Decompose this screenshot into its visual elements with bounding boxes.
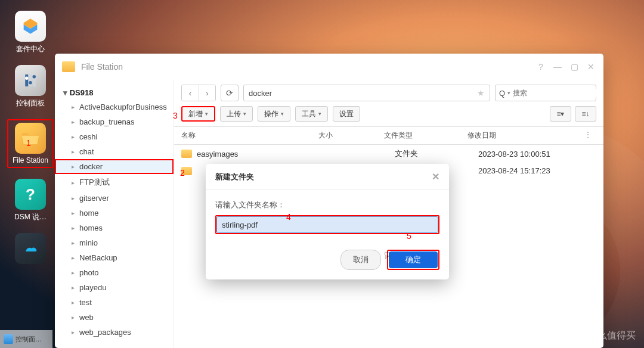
annotation-3: 3: [173, 111, 178, 120]
svg-point-3: [25, 77, 29, 80]
tree-item[interactable]: test: [55, 295, 174, 310]
tree-root[interactable]: DS918: [55, 86, 174, 100]
desktop-icon-label: 控制面板: [16, 98, 45, 108]
path-field[interactable]: docker ★: [243, 85, 490, 101]
watermark: 值 什么值得买: [572, 330, 636, 342]
package-center-icon: [15, 11, 46, 42]
svg-rect-1: [29, 74, 32, 86]
annotation-box-4: [215, 215, 439, 234]
watermark-text: 什么值得买: [588, 330, 636, 342]
row-date: 2023-08-24 15:17:23: [478, 166, 596, 175]
tree-item[interactable]: homes: [55, 220, 174, 235]
sort-button[interactable]: ≡↓: [575, 106, 596, 122]
cursor-hand-icon: ☟: [384, 250, 390, 262]
tree-item[interactable]: playedu: [55, 280, 174, 295]
tree-item[interactable]: chat: [55, 144, 174, 159]
path-text: docker: [249, 89, 272, 98]
synology-drive-icon: [15, 233, 46, 264]
tree-item[interactable]: ceshi: [55, 129, 174, 144]
tree-item[interactable]: NetBackup: [55, 250, 174, 265]
row-name: easyimages: [197, 150, 329, 159]
desktop-icon-label: DSM 说…: [14, 212, 47, 222]
tree-item[interactable]: minio: [55, 235, 174, 250]
settings-button[interactable]: 设置: [333, 106, 360, 122]
tool-button[interactable]: 工具▾: [295, 106, 328, 122]
column-date[interactable]: 修改日期: [467, 130, 584, 141]
view-mode-button[interactable]: ≡▾: [550, 106, 571, 122]
nav-back-button[interactable]: ‹: [182, 85, 199, 101]
dsm-help-icon: ?: [15, 179, 46, 210]
desktop-icon-label: File Station: [13, 156, 48, 164]
annotation-5: 5: [407, 231, 411, 241]
column-more-icon[interactable]: ⋮: [584, 130, 596, 141]
window-titlebar[interactable]: File Station ? — ▢ ✕: [55, 54, 603, 80]
folder-tree[interactable]: DS918 ActiveBackupforBusiness backup_tru…: [55, 80, 174, 348]
dialog-close-button[interactable]: ✕: [432, 171, 439, 182]
dialog-header[interactable]: 新建文件夹 ✕: [206, 164, 449, 190]
folder-icon: [62, 61, 75, 72]
cancel-button[interactable]: 取消: [340, 250, 381, 270]
row-date: 2023-08-23 10:00:51: [478, 150, 596, 159]
tree-item[interactable]: photo: [55, 265, 174, 280]
folder-name-input[interactable]: [216, 216, 438, 233]
tree-item-docker[interactable]: docker: [55, 159, 174, 174]
help-button[interactable]: ?: [535, 62, 546, 72]
taskbar-label: 控制面…: [16, 335, 42, 344]
ok-button[interactable]: 确定: [389, 251, 438, 268]
dialog-title: 新建文件夹: [215, 172, 254, 182]
tree-item[interactable]: home: [55, 206, 174, 220]
svg-rect-0: [25, 74, 28, 86]
tree-item[interactable]: gitserver: [55, 191, 174, 206]
refresh-button[interactable]: ⟳: [221, 85, 239, 101]
tree-item[interactable]: web: [55, 310, 174, 325]
annotation-2: 2: [180, 168, 185, 178]
maximize-button[interactable]: ▢: [569, 62, 580, 72]
annotation-4: 4: [286, 212, 291, 222]
taskbar-app-icon: [4, 334, 13, 344]
column-size[interactable]: 大小: [318, 130, 384, 141]
file-row[interactable]: easyimages 文件夹 2023-08-23 10:00:51: [174, 145, 603, 163]
column-headers[interactable]: 名称 大小 文件类型 修改日期 ⋮: [174, 126, 603, 145]
search-input[interactable]: [513, 89, 602, 97]
tree-item[interactable]: web_packages: [55, 325, 174, 340]
control-panel-icon: [15, 65, 46, 96]
desktop-icon-control-panel[interactable]: 控制面板: [7, 65, 54, 108]
tree-item[interactable]: FTP测试: [55, 174, 174, 191]
desktop-icon-dsm-help[interactable]: ? DSM 说…: [7, 179, 54, 222]
action-toolbar: 新增▾ 上传▾ 操作▾ 工具▾ 设置 ≡▾ ≡↓: [174, 106, 603, 126]
column-name[interactable]: 名称: [181, 130, 318, 141]
taskbar-item[interactable]: 控制面…: [0, 330, 52, 348]
new-button[interactable]: 新增▾: [181, 106, 215, 122]
tree-item[interactable]: backup_truenas: [55, 114, 174, 129]
folder-icon: [181, 150, 192, 158]
desktop-icon-label: 套件中心: [16, 44, 45, 54]
desktop-icon-package-center[interactable]: 套件中心: [7, 11, 54, 54]
close-button[interactable]: ✕: [586, 62, 596, 72]
watermark-icon: 值: [572, 330, 584, 342]
search-icon: Q: [499, 89, 505, 98]
chevron-down-icon[interactable]: ▾: [507, 90, 510, 96]
minimize-button[interactable]: —: [552, 62, 563, 72]
favorite-icon[interactable]: ★: [477, 88, 485, 98]
annotation-box-5: 确定: [387, 250, 439, 270]
upload-button[interactable]: 上传▾: [220, 106, 253, 122]
desktop-icon-synology-drive[interactable]: [7, 233, 54, 266]
tree-item[interactable]: ActiveBackupforBusiness: [55, 100, 174, 114]
svg-point-4: [29, 81, 32, 85]
dialog-prompt: 请输入文件夹名称：: [215, 200, 439, 210]
svg-point-5: [33, 75, 36, 79]
nav-forward-button[interactable]: ›: [199, 85, 215, 101]
action-button[interactable]: 操作▾: [258, 106, 290, 122]
annotation-1: 1: [26, 138, 31, 148]
search-box[interactable]: Q ▾: [495, 85, 596, 101]
row-type: 文件夹: [395, 148, 478, 159]
navigation-toolbar: ‹ › ⟳ docker ★ Q ▾: [174, 80, 603, 106]
column-type[interactable]: 文件类型: [384, 130, 467, 141]
create-folder-dialog: 新建文件夹 ✕ 请输入文件夹名称： 取消 确定: [206, 164, 449, 279]
window-title: File Station: [81, 62, 123, 72]
